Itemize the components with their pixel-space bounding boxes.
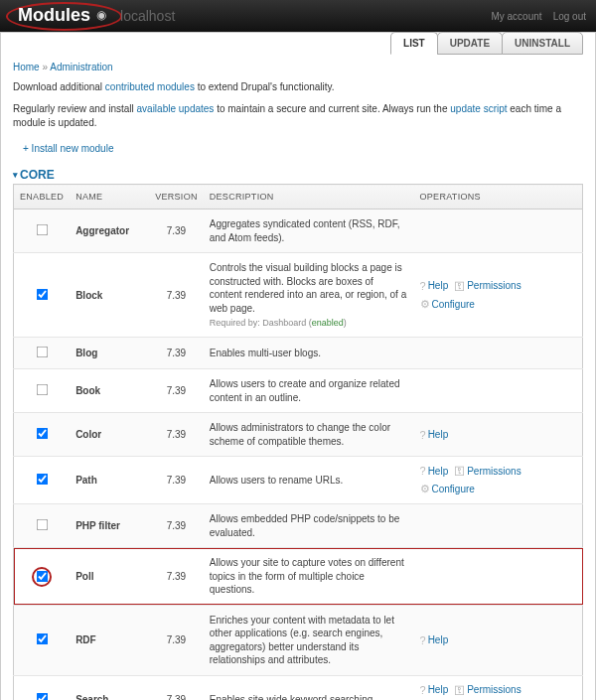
- help-link[interactable]: ?Help: [420, 429, 449, 441]
- permissions-icon: ⚿: [454, 465, 465, 477]
- module-version: 7.39: [149, 605, 204, 675]
- module-name: Aggregator: [70, 210, 149, 253]
- my-account-link[interactable]: My account: [491, 11, 541, 22]
- module-name: Book: [70, 369, 149, 413]
- tab-uninstall[interactable]: UNINSTALL: [502, 32, 583, 55]
- module-description: Controls the visual building blocks a pa…: [204, 253, 414, 338]
- module-name: Block: [70, 253, 149, 338]
- install-new-module-link[interactable]: + Install new module: [23, 143, 113, 154]
- help-icon: ?: [420, 280, 426, 292]
- fieldset-toggle-core[interactable]: ▾ CORE: [13, 168, 583, 182]
- module-description: Allows your site to capture votes on dif…: [204, 548, 414, 606]
- tab-list[interactable]: LIST: [390, 32, 438, 55]
- module-row-book: Book7.39Allows users to create and organ…: [14, 369, 583, 413]
- help-icon: ?: [420, 429, 426, 441]
- module-description: Aggregates syndicated content (RSS, RDF,…: [204, 210, 414, 253]
- breadcrumb-sep: »: [42, 62, 48, 72]
- module-version: 7.39: [149, 504, 204, 548]
- module-row-path: Path7.39Allows users to rename URLs.?Hel…: [14, 457, 583, 504]
- help-icon: ?: [420, 465, 426, 477]
- th-operations: OPERATIONS: [414, 185, 583, 210]
- module-version: 7.39: [149, 457, 204, 504]
- tab-update[interactable]: UPDATE: [437, 32, 503, 55]
- th-version: VERSION: [149, 185, 204, 210]
- module-name: PHP filter: [70, 504, 149, 548]
- permissions-link[interactable]: ⚿Permissions: [454, 684, 521, 696]
- modules-table: ENABLED NAME VERSION DESCRIPTION OPERATI…: [13, 184, 583, 700]
- module-row-blog: Blog7.39Enables multi-user blogs.: [14, 338, 583, 369]
- help-link[interactable]: ?Help: [420, 465, 449, 477]
- collapse-icon: ▾: [13, 170, 18, 180]
- module-description: Allows users to create and organize rela…: [204, 369, 414, 413]
- page-title: Modules: [18, 5, 90, 26]
- th-enabled: ENABLED: [14, 185, 71, 210]
- intro-text-2: Regularly review and install available u…: [13, 102, 583, 130]
- enable-checkbox[interactable]: [36, 347, 48, 358]
- permissions-icon: ⚿: [454, 684, 465, 696]
- enable-checkbox[interactable]: [36, 519, 48, 531]
- module-name: Poll: [70, 548, 149, 606]
- help-link[interactable]: ?Help: [420, 280, 449, 292]
- th-description: DESCRIPTION: [204, 185, 414, 210]
- enable-checkbox[interactable]: [36, 224, 48, 236]
- module-requirements: Required by: Dashboard (enabled): [210, 317, 408, 329]
- configure-link[interactable]: ⚙Configure: [420, 483, 475, 495]
- module-version: 7.39: [149, 675, 204, 700]
- module-description: Enables multi-user blogs.: [204, 338, 414, 369]
- module-description: Allows embedded PHP code/snippets to be …: [204, 504, 414, 548]
- module-row-block: Block7.39Controls the visual building bl…: [14, 253, 583, 338]
- breadcrumb-home[interactable]: Home: [13, 62, 40, 72]
- module-name: Blog: [70, 338, 149, 369]
- module-row-search: Search7.39Enables site-wide keyword sear…: [14, 675, 583, 700]
- title-badge-icon: ◉: [96, 8, 106, 22]
- update-script-link[interactable]: update script: [450, 103, 507, 114]
- configure-icon: ⚙: [420, 483, 430, 495]
- enable-checkbox[interactable]: [36, 474, 48, 486]
- module-name: Search: [70, 675, 149, 700]
- module-version: 7.39: [149, 369, 204, 413]
- fieldset-label: CORE: [20, 168, 55, 182]
- enable-checkbox[interactable]: [36, 288, 48, 300]
- log-out-link[interactable]: Log out: [553, 11, 586, 22]
- module-description: Allows administrators to change the colo…: [204, 413, 414, 457]
- module-description: Allows users to rename URLs.: [204, 457, 414, 504]
- configure-link[interactable]: ⚙Configure: [420, 298, 475, 311]
- enable-checkbox[interactable]: [36, 692, 48, 700]
- breadcrumb-admin[interactable]: Administration: [50, 62, 112, 72]
- enabled-annotation: [32, 567, 52, 587]
- module-operations: ?Help⚿Permissions⚙Configure: [414, 253, 583, 338]
- enable-checkbox[interactable]: [36, 571, 48, 583]
- enable-checkbox[interactable]: [36, 633, 48, 645]
- module-description: Enriches your content with metadata to l…: [204, 605, 414, 675]
- th-name: NAME: [70, 185, 149, 210]
- enable-checkbox[interactable]: [36, 428, 48, 440]
- help-icon: ?: [420, 684, 426, 696]
- permissions-link[interactable]: ⚿Permissions: [454, 465, 521, 477]
- module-row-php-filter: PHP filter7.39Allows embedded PHP code/s…: [14, 504, 583, 548]
- module-operations: [414, 369, 583, 413]
- available-updates-link[interactable]: available updates: [137, 103, 215, 114]
- local-tabs: LISTUPDATEUNINSTALL: [13, 32, 583, 55]
- contributed-modules-link[interactable]: contributed modules: [105, 81, 195, 92]
- module-operations: ?Help: [414, 605, 583, 675]
- admin-topbar: Modules ◉ localhost My account Log out: [0, 0, 596, 32]
- module-operations: ?Help⚿Permissions⚙Configure: [414, 457, 583, 504]
- module-name: Color: [70, 413, 149, 457]
- module-operations: ?Help: [414, 413, 583, 457]
- module-row-rdf: RDF7.39Enriches your content with metada…: [14, 605, 583, 675]
- site-name: localhost: [120, 8, 175, 24]
- module-row-aggregator: Aggregator7.39Aggregates syndicated cont…: [14, 210, 583, 253]
- module-name: RDF: [70, 605, 149, 675]
- enable-checkbox[interactable]: [36, 384, 48, 396]
- intro-text-1: Download additional contributed modules …: [13, 80, 583, 94]
- permissions-link[interactable]: ⚿Permissions: [454, 280, 521, 292]
- module-version: 7.39: [149, 338, 204, 369]
- module-operations: ?Help⚿Permissions⚙Configure: [414, 675, 583, 700]
- help-link[interactable]: ?Help: [420, 684, 449, 696]
- help-link[interactable]: ?Help: [420, 634, 449, 646]
- module-row-poll: Poll7.39Allows your site to capture vote…: [14, 548, 583, 606]
- module-version: 7.39: [149, 253, 204, 338]
- configure-icon: ⚙: [420, 298, 430, 311]
- module-version: 7.39: [149, 210, 204, 253]
- breadcrumb: Home » Administration: [13, 62, 583, 72]
